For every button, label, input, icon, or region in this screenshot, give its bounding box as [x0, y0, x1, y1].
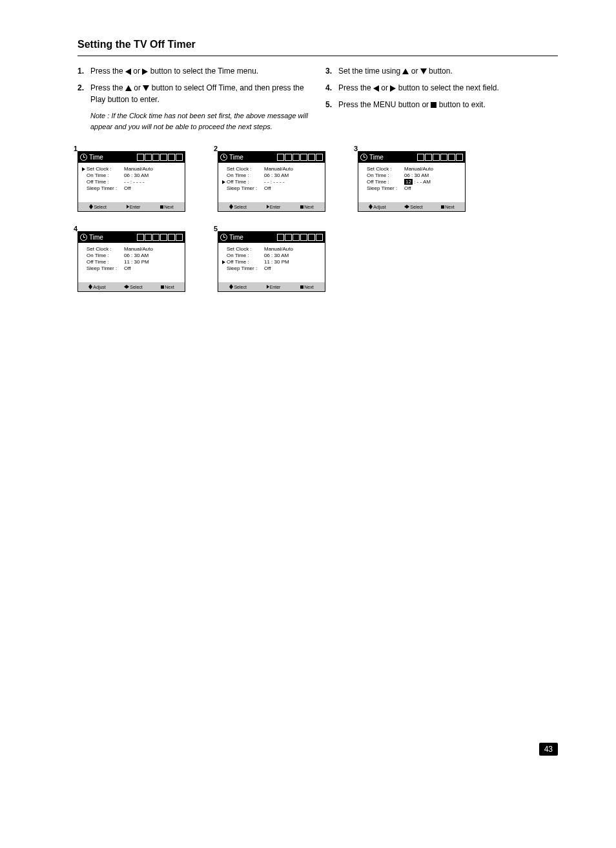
tab-icon	[168, 234, 175, 241]
footer-label: Select	[130, 285, 142, 289]
panel-title: Time	[229, 234, 243, 241]
triangle-left-icon	[125, 68, 131, 75]
row-label: Sleep Timer :	[82, 185, 124, 191]
menu-row: On Time :06 : 30 AM	[222, 172, 321, 178]
footer-item: Select	[404, 205, 422, 209]
highlighted-value: 12	[404, 179, 413, 185]
row-label: Sleep Timer :	[82, 265, 124, 271]
triangle-left-icon	[373, 85, 379, 92]
step-number: 5.	[325, 99, 338, 110]
tab-icon	[440, 154, 447, 161]
tab-icon	[176, 234, 183, 241]
footer-label: Enter	[270, 205, 281, 209]
row-value: Manual/Auto	[124, 246, 181, 252]
tab-icon	[176, 154, 183, 161]
panel-body: Set Clock :Manual/AutoOn Time :06 : 30 A…	[78, 163, 185, 202]
panel-title: Time	[369, 154, 384, 161]
tab-icon	[417, 154, 424, 161]
triangle-down-icon	[143, 85, 149, 91]
menu-row: Off Time :12 : - - AM	[362, 179, 461, 185]
step-text: Press the MENU button or button to exit.	[338, 99, 558, 110]
clock-icon	[80, 154, 87, 161]
panel-box: TimeSet Clock :Manual/AutoOn Time :06 : …	[218, 231, 325, 292]
footer-label: Enter	[270, 285, 281, 289]
panel-footer: SelectEnterNext	[78, 202, 185, 211]
right-icon	[267, 285, 269, 289]
panel-footer: AdjustSelectNext	[78, 282, 185, 291]
menu-row: Set Clock :Manual/Auto	[82, 166, 181, 172]
osd-panel: 1TimeSet Clock :Manual/AutoOn Time :06 :…	[77, 151, 185, 212]
row-label: Off Time :	[222, 179, 264, 185]
tab-icon	[308, 234, 315, 241]
square-icon	[441, 205, 444, 209]
updown-icon	[229, 284, 233, 289]
pointer-icon	[82, 167, 85, 171]
clock-icon	[220, 234, 227, 241]
footer-label: Adjust	[93, 285, 105, 289]
footer-label: Select	[234, 285, 246, 289]
panel-number: 3	[354, 145, 358, 152]
panel-header: Time	[218, 232, 325, 243]
row-value: 12 : - - AM	[404, 179, 461, 185]
footer-item: Adjust	[369, 204, 385, 209]
instruction-step: 2.Press the or button to select Off Time…	[77, 82, 310, 105]
row-label: Off Time :	[362, 179, 404, 185]
footer-item: Select	[124, 285, 142, 289]
tab-icon	[137, 154, 144, 161]
row-value: Off	[124, 265, 181, 271]
row-label: Set Clock :	[222, 246, 264, 252]
row-label: On Time :	[222, 172, 264, 178]
tab-icon	[145, 234, 152, 241]
square-icon	[161, 285, 164, 289]
tab-icon	[300, 154, 307, 161]
tab-icon	[433, 154, 440, 161]
tab-icon	[160, 234, 167, 241]
panel-box: TimeSet Clock :Manual/AutoOn Time :06 : …	[358, 151, 466, 212]
tab-icon	[293, 234, 300, 241]
square-icon	[300, 205, 303, 209]
pointer-icon	[222, 260, 225, 264]
row-value: 11 : 30 PM	[264, 259, 321, 265]
row-label: Sleep Timer :	[222, 185, 264, 191]
step-number: 3.	[325, 65, 338, 77]
row-value: 06 : 30 AM	[124, 253, 181, 258]
footer-label: Adjust	[373, 205, 385, 209]
footer-label: Next	[164, 205, 173, 209]
page: Setting the TV Off Timer 1.Press the or …	[0, 0, 616, 775]
tab-icon	[456, 154, 463, 161]
row-value: Manual/Auto	[124, 166, 181, 172]
header-icons	[137, 234, 183, 241]
row-value: Off	[124, 185, 181, 191]
menu-row: Sleep Timer :Off	[222, 185, 321, 191]
horizontal-rule	[77, 56, 558, 56]
tab-icon	[285, 154, 292, 161]
tab-icon	[277, 154, 284, 161]
tab-icon	[145, 154, 152, 161]
row-label: Sleep Timer :	[362, 185, 404, 191]
tab-icon	[316, 154, 323, 161]
panel-header: Time	[218, 152, 325, 163]
row-label: Sleep Timer :	[222, 265, 264, 271]
panel-number: 1	[74, 145, 77, 152]
row-label: Off Time :	[82, 179, 124, 185]
square-icon	[300, 285, 303, 289]
tab-icon	[277, 234, 284, 241]
instructions-col-left: 1.Press the or button to select the Time…	[77, 65, 310, 132]
step-text: Press the or button to select Off Time, …	[90, 82, 310, 105]
header-icons	[277, 234, 323, 241]
row-value: 06 : 30 AM	[124, 172, 181, 178]
updown-icon	[229, 204, 233, 209]
row-value: Manual/Auto	[404, 166, 461, 172]
footer-label: Next	[304, 285, 313, 289]
panel-header: Time	[78, 232, 185, 243]
menu-row: Off Time :- - : - - - -	[222, 179, 321, 185]
updown-icon	[88, 284, 92, 289]
footer-label: Select	[94, 205, 106, 209]
menu-row: Set Clock :Manual/Auto	[222, 166, 321, 172]
row-value: Manual/Auto	[264, 246, 321, 252]
step-number: 2.	[77, 82, 90, 94]
row-value: 06 : 30 AM	[404, 172, 461, 178]
menu-row: Sleep Timer :Off	[362, 185, 461, 191]
header-icons	[137, 154, 183, 161]
menu-row: Set Clock :Manual/Auto	[222, 246, 321, 252]
